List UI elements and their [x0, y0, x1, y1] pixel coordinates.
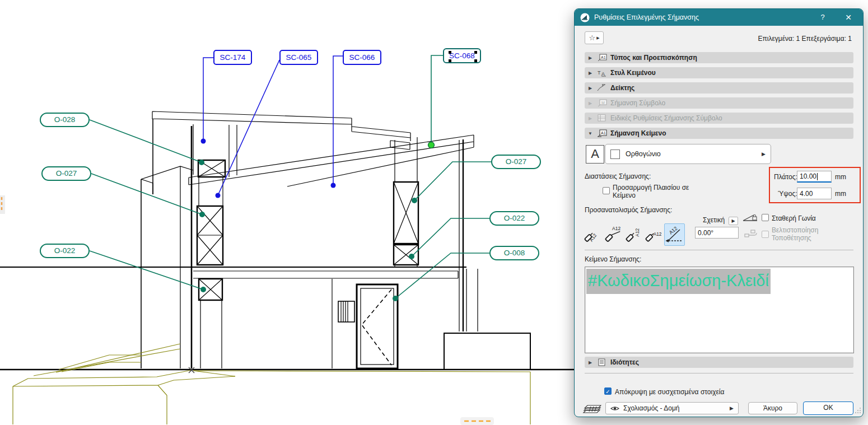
green-anchor-dots [199, 160, 417, 301]
optimize-placement-label: Βελτιστοποίηση Τοποθέτησης [772, 226, 818, 242]
svg-text:A12: A12 [654, 232, 662, 237]
properties-icon [596, 358, 608, 367]
help-button[interactable]: ? [811, 9, 834, 26]
label-o-022-left[interactable]: O-022 [40, 244, 90, 258]
selection-handle[interactable] [449, 51, 451, 54]
text-caret [817, 173, 818, 180]
orient-vertical-icon: A12 [625, 225, 643, 245]
orient-horizontal-after-button[interactable]: A12 [645, 223, 664, 246]
fit-frame-label-line1: Προσαρμογή Πλαισίου σε [613, 184, 689, 192]
pointer-icon [596, 84, 608, 92]
favorites-button[interactable]: ☆ ▶ [585, 31, 604, 44]
label-o-022-right[interactable]: O-022 [489, 211, 539, 226]
height-unit: mm [835, 190, 846, 198]
svg-text:M: M [601, 101, 605, 105]
application-workspace: SC-174 SC-065 SC-066 SC-068 O-028 O-027 … [0, 0, 868, 425]
section-properties[interactable]: ▶ Ιδιότητες [585, 357, 853, 368]
orient-horizontal-above-button[interactable]: A12 [603, 223, 623, 246]
hide-associated-label: Απόκρυψη με συσχετισμένα στοιχεία [615, 388, 724, 396]
svg-text:A1: A1 [601, 55, 606, 59]
panel-bracing [197, 160, 418, 365]
orient-custom-angle-button-selected[interactable]: A12 [664, 223, 685, 246]
orientation-label: Προσανατολισμός Σήμανσης: [585, 206, 672, 214]
frame-type-dropdown[interactable]: Ορθογώνιο ▶ [605, 144, 771, 164]
flyout-arrow-icon: ▶ [730, 405, 734, 411]
star-icon: ☆ [589, 34, 595, 42]
special-settings-icon [596, 114, 608, 123]
type-preview-icon: A1 [596, 54, 608, 62]
door-swing-dashed [362, 289, 391, 365]
label-o-008[interactable]: O-008 [489, 246, 539, 260]
layer-dropdown[interactable]: Σχολιασμός - Δομή ▶ [605, 402, 739, 414]
label-o-027-right[interactable]: O-027 [491, 155, 541, 169]
orient-align-leader-button[interactable]: A12 [582, 223, 602, 246]
dialog-titlebar[interactable]: Ρυθμίσεις Επιλεγμένης Σήμανσης ? ✕ [575, 9, 863, 26]
selection-handle[interactable] [449, 59, 451, 62]
label-o-027-left[interactable]: O-027 [41, 166, 91, 181]
width-input[interactable]: 10.00 [797, 171, 832, 183]
label-sc-066[interactable]: SC-066 [343, 50, 381, 65]
svg-text:A12: A12 [588, 232, 598, 242]
fit-frame-label-line2: Κείμενο [613, 192, 689, 199]
label-sc-174[interactable]: SC-174 [213, 50, 252, 65]
label-sc-068-selected[interactable]: SC-068 [443, 48, 481, 63]
section-text-style[interactable]: ▶ ΤΑ Στυλ Κειμένου [585, 67, 853, 78]
archicad-label-icon [580, 13, 590, 22]
fixed-angle-icon [743, 214, 758, 222]
label-settings-dialog: Ρυθμίσεις Επιλεγμένης Σήμανσης ? ✕ ☆ ▶ Ε… [574, 8, 864, 417]
label-sc-065[interactable]: SC-065 [279, 50, 318, 65]
fit-frame-label: Προσαρμογή Πλαισίου σε Κείμενο [613, 184, 689, 199]
section-text-label[interactable]: ▼ A1 Σήμανση Κείμενο [585, 128, 853, 139]
fixed-angle-label: Σταθερή Γωνία [772, 214, 816, 222]
label-text-area[interactable]: #ΚωδικοΣημείωση-Κλειδί [585, 267, 854, 353]
selection-status: Επιλεγμένα: 1 Επεξεργάσιμα: 1 [758, 35, 852, 43]
relative-label: Σχετική [703, 216, 725, 224]
orient-vertical-button[interactable]: A12 [624, 223, 643, 246]
chevron-right-icon: ▶ [585, 55, 596, 60]
label-text-caption: Κείμενο Σήμανσης: [585, 255, 641, 263]
section-label: Ιδιότητες [610, 358, 639, 366]
cancel-button[interactable]: Άκυρο [748, 402, 797, 414]
blue-leader-lines [203, 56, 343, 195]
text-label-icon: A1 [596, 129, 608, 138]
optimize-label-line2: Τοποθέτησης [772, 234, 818, 242]
label-o-028[interactable]: O-028 [40, 113, 90, 127]
rectangle-frame-icon [610, 150, 620, 159]
height-input[interactable]: 4.00 [797, 188, 832, 199]
svg-text:A12: A12 [612, 226, 620, 231]
ok-button[interactable]: OK [803, 401, 853, 415]
section-label: Τύπος και Προεπισκόπηση [610, 54, 697, 62]
fixed-angle-checkbox[interactable] [762, 214, 769, 221]
selected-anchor-dot [428, 142, 435, 148]
flyout-arrow-icon: ▶ [596, 36, 599, 40]
text-style-icon: ΤΑ [596, 69, 608, 77]
section-label: Σήμανση Κείμενο [610, 129, 666, 137]
width-value: 10.00 [800, 172, 816, 180]
selection-handle[interactable] [474, 59, 477, 62]
chevron-right-icon: ▶ [585, 86, 596, 91]
height-value: 4.00 [800, 190, 813, 198]
close-button[interactable]: ✕ [837, 9, 860, 26]
svg-text:A12: A12 [634, 228, 640, 236]
hide-associated-checkbox[interactable]: ✓ [604, 387, 612, 395]
selection-handle[interactable] [474, 51, 477, 54]
label-sc-068-text: SC-068 [449, 52, 475, 60]
angle-input[interactable]: 0.00° [695, 227, 739, 239]
chevron-down-icon: ▼ [585, 131, 596, 136]
footer-divider [585, 373, 853, 373]
fit-frame-checkbox[interactable] [603, 187, 610, 194]
dialog-title: Ρυθμίσεις Επιλεγμένης Σήμανσης [594, 13, 699, 21]
svg-text:A12: A12 [668, 226, 678, 236]
resize-grip[interactable] [854, 408, 861, 414]
section-special-symbol-settings: ▶ Ειδικές Ρυθμίσεις Σήμανσης Σύμβολο [585, 113, 853, 124]
section-type-and-preview[interactable]: ▶ A1 Τύπος και Προεπισκόπηση [585, 52, 853, 63]
optimize-placement-icon [744, 230, 759, 237]
dimensions-label: Διαστάσεις Σήμανσης: [585, 172, 651, 180]
relative-flyout-button[interactable]: ▶ [729, 217, 738, 225]
section-symbol-label: ▶ M Σήμανση Σύμβολο [585, 97, 853, 109]
section-pointer[interactable]: ▶ Δείκτης [585, 82, 853, 94]
text-preview-box: A [586, 145, 604, 164]
orient-horizontal-after-icon: A12 [645, 225, 664, 245]
section-label: Σήμανση Σύμβολο [610, 99, 665, 107]
orient-align-leader-icon: A12 [584, 225, 601, 245]
